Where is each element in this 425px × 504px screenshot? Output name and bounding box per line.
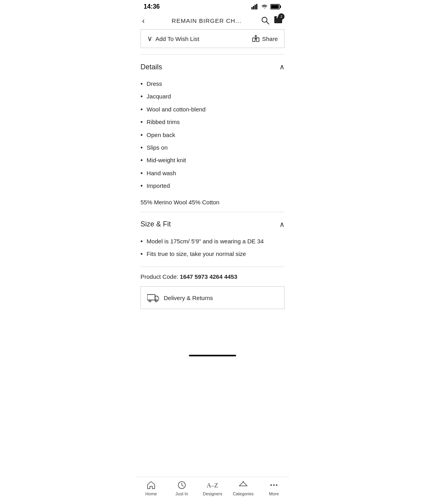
size-and-fit-section-title: Size & Fit [140,220,171,228]
add-to-wish-list-label: Add To Wish List [155,35,199,42]
svg-rect-14 [147,295,155,300]
details-section: Details ∧ Dress Jacquard Wool and cotton… [140,61,285,206]
svg-point-15 [149,300,151,302]
list-item: Open back [140,129,285,141]
list-item: Hand wash [140,167,285,180]
svg-rect-0 [251,7,253,9]
delivery-card[interactable]: Delivery & Returns [140,286,285,309]
size-and-fit-section-header[interactable]: Size & Fit ∧ [140,219,285,235]
details-section-header[interactable]: Details ∧ [140,61,285,78]
battery-icon [270,4,281,9]
share-icon [252,35,260,43]
svg-rect-5 [280,6,281,8]
product-code-label: Product Code: [140,273,178,280]
svg-rect-10 [253,38,255,41]
wishlist-chevron: ∨ [147,34,152,43]
list-item: Jacquard [140,90,285,103]
size-and-fit-chevron-icon: ∧ [279,220,285,229]
wishlist-bar: ∨ Add To Wish List Share [140,29,285,48]
svg-rect-2 [255,5,256,9]
back-button[interactable]: ‹ [142,16,154,25]
search-icon[interactable] [261,16,270,25]
details-bullet-list: Dress Jacquard Wool and cotton-blend Rib… [140,78,285,193]
delivery-text: Delivery & Returns [164,295,213,301]
svg-rect-3 [256,4,257,9]
svg-point-16 [155,300,157,302]
status-bar: 14:36 [136,0,289,12]
size-and-fit-bullet-list: Model is 175cm/ 5'9" and is wearing a DE… [140,235,285,261]
details-chevron-icon: ∧ [279,63,285,71]
nav-bar: ‹ REMAIN BIRGER CH... 2 [136,12,289,29]
share-label: Share [262,35,278,42]
home-indicator [189,355,236,356]
svg-line-8 [266,22,269,24]
divider-2 [140,212,285,212]
product-code: Product Code: 1647 5973 4264 4453 [140,273,285,280]
status-icons [251,4,281,9]
list-item: Model is 175cm/ 5'9" and is wearing a DE… [140,235,285,248]
share-button[interactable]: Share [252,35,278,43]
cart-badge: 2 [278,13,285,20]
nav-right-icons: 2 [259,15,283,26]
list-item: Fits true to size, take your normal size [140,248,285,260]
list-item: Wool and cotton-blend [140,103,285,116]
divider-1 [140,54,285,55]
wifi-icon [261,4,268,9]
wishlist-left[interactable]: ∨ Add To Wish List [147,34,199,43]
delivery-icon [147,293,159,302]
svg-rect-1 [253,6,254,9]
nav-title: REMAIN BIRGER CH... [154,17,259,24]
cart-icon-wrapper[interactable]: 2 [273,15,283,26]
product-code-value: 1647 5973 4264 4453 [180,273,237,280]
size-and-fit-section: Size & Fit ∧ Model is 175cm/ 5'9" and is… [140,219,285,261]
list-item: Mid-weight knit [140,154,285,167]
svg-rect-6 [271,5,279,9]
signal-icon [251,4,259,9]
divider-3 [140,267,285,267]
details-section-title: Details [140,63,162,71]
list-item: Imported [140,180,285,192]
status-time: 14:36 [144,3,160,10]
list-item: Dress [140,78,285,90]
svg-rect-13 [257,38,259,41]
list-item: Slips on [140,141,285,154]
material-text: 55% Merino Wool 45% Cotton [140,199,285,206]
list-item: Ribbed trims [140,116,285,128]
